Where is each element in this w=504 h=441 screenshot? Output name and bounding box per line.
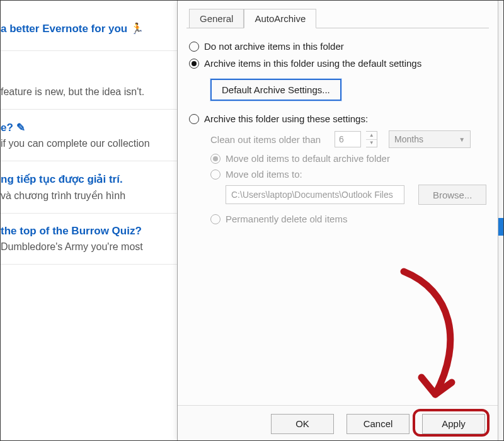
archive-path-input[interactable]: C:\Users\laptop\Documents\Outlook Files (226, 185, 404, 204)
list-item[interactable]: ng tiếp tục được giải trí. và chương trì… (1, 161, 180, 214)
list-item-title: ng tiếp tục được giải trí. (1, 173, 173, 186)
radio-icon (210, 214, 220, 224)
radio-label: Permanently delete old items (226, 214, 347, 224)
list-item-title: e? ✎ (1, 121, 173, 134)
list-item-sub: feature is new, but the idea isn't. (1, 86, 173, 98)
list-item[interactable]: a better Evernote for you 🏃 (1, 1, 180, 51)
radio-label: Do not archive items in this folder (204, 41, 344, 52)
cleanout-number-input[interactable]: 6 (335, 131, 361, 147)
list-item[interactable]: the top of the Burrow Quiz? Dumbledore's… (1, 214, 180, 265)
ok-button[interactable]: OK (271, 414, 334, 434)
radio-move-default[interactable]: Move old items to default archive folder (210, 153, 486, 164)
cleanout-label: Clean out items older than (210, 134, 321, 145)
autoarchive-panel: Do not archive items in this folder Arch… (186, 28, 489, 381)
tab-autoarchive[interactable]: AutoArchive (244, 9, 316, 28)
list-item[interactable]: feature is new, but the idea isn't. (1, 51, 180, 110)
cleanout-stepper[interactable]: ▲ ▼ (366, 131, 377, 147)
radio-label: Move old items to default archive folder (226, 153, 390, 164)
apply-button[interactable]: Apply (422, 414, 485, 434)
radio-do-not-archive[interactable]: Do not archive items in this folder (189, 41, 486, 52)
folder-properties-dialog: General AutoArchive Do not archive items… (177, 1, 498, 441)
chevron-up-icon: ▲ (366, 132, 377, 140)
radio-icon (210, 169, 220, 180)
cleanout-row: Clean out items older than 6 ▲ ▼ Months … (210, 130, 486, 148)
list-item-sub: Dumbledore's Army you're most (1, 241, 173, 253)
radio-use-default[interactable]: Archive items in this folder using the d… (189, 58, 486, 69)
custom-settings-group: Clean out items older than 6 ▲ ▼ Months … (210, 130, 486, 224)
list-item-title: a better Evernote for you 🏃 (1, 22, 173, 35)
default-archive-settings-button[interactable]: Default Archive Settings... (210, 79, 341, 101)
radio-icon (189, 42, 199, 52)
radio-icon (189, 114, 199, 124)
chevron-down-icon: ▼ (366, 140, 377, 147)
list-item-title: the top of the Burrow Quiz? (1, 225, 173, 238)
tab-strip: General AutoArchive (189, 8, 498, 28)
cleanout-unit-value: Months (394, 134, 423, 144)
radio-icon (210, 154, 220, 164)
radio-permanently-delete[interactable]: Permanently delete old items (210, 214, 486, 224)
cancel-button[interactable]: Cancel (346, 414, 410, 434)
list-item-sub: if you can complete our collection (1, 138, 173, 149)
radio-label: Archive items in this folder using the d… (204, 58, 421, 69)
tab-general[interactable]: General (189, 9, 244, 28)
radio-label: Move old items to: (226, 169, 302, 180)
background-mail-list: a better Evernote for you 🏃 feature is n… (1, 1, 180, 441)
radio-label: Archive this folder using these settings… (204, 113, 368, 124)
radio-move-to-path[interactable]: Move old items to: (210, 169, 486, 180)
cleanout-unit-select[interactable]: Months ▼ (389, 130, 471, 148)
dialog-button-bar: OK Cancel Apply (178, 405, 498, 441)
browse-button[interactable]: Browse... (418, 185, 486, 205)
list-item[interactable]: e? ✎ if you can complete our collection (1, 110, 180, 161)
chevron-down-icon: ▼ (459, 136, 465, 143)
radio-custom-settings[interactable]: Archive this folder using these settings… (189, 113, 486, 124)
path-row: C:\Users\laptop\Documents\Outlook Files … (210, 185, 486, 205)
list-item-sub: và chương trình truyền hình (1, 190, 173, 202)
edge-accent (498, 218, 503, 236)
radio-icon (189, 59, 199, 69)
